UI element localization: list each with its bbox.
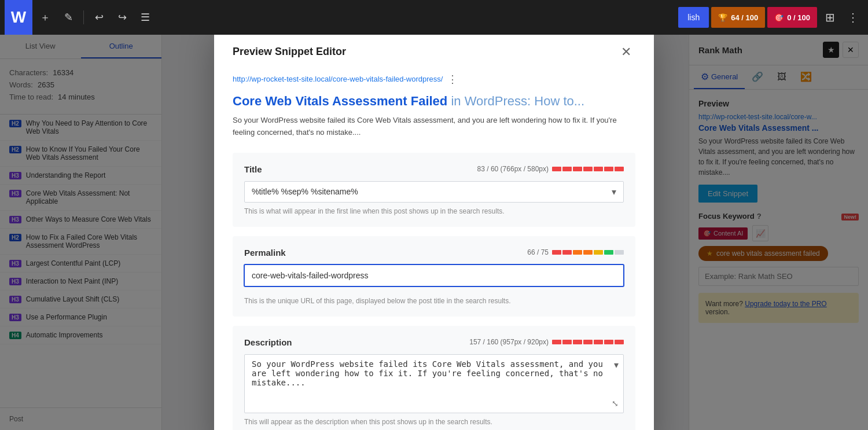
permalink-field-counter: 66 / 75 (527, 248, 624, 256)
prog-seg-d5 (594, 340, 603, 344)
edit-tools-button[interactable]: ✎ (58, 7, 79, 28)
permalink-help-text: This is the unique URL of this page, dis… (244, 297, 624, 305)
prog-seg-5 (594, 167, 603, 171)
permalink-field-label: Permalink (244, 248, 286, 258)
modal-overlay[interactable]: Preview Snippet Editor ✕ http://wp-rocke… (162, 35, 689, 430)
prog-seg-1 (552, 167, 561, 171)
modal-title: Preview Snippet Editor (233, 46, 346, 58)
undo-button[interactable]: ↩ (89, 7, 109, 28)
prog-seg-d6 (604, 340, 613, 344)
prog-seg-2 (562, 167, 572, 171)
prog-seg-p5 (594, 250, 603, 255)
description-field-section: Description 157 / 160 (957px / 920px) (233, 326, 635, 430)
center-content: Preview Snippet Editor ✕ http://wp-rocke… (162, 35, 689, 430)
description-dropdown-icon[interactable]: ▾ (614, 359, 619, 370)
prog-seg-p4 (583, 250, 593, 255)
prog-seg-p2 (562, 250, 572, 255)
description-expand-icon[interactable]: ⤡ (612, 399, 619, 408)
prog-seg-4 (583, 167, 593, 171)
modal-header: Preview Snippet Editor ✕ (233, 43, 635, 61)
title-help-text: This is what will appear in the first li… (244, 207, 624, 215)
description-field-header: Description 157 / 160 (957px / 920px) (244, 337, 624, 347)
add-block-button[interactable]: ＋ (35, 7, 56, 28)
permalink-field-section: Permalink 66 / 75 (233, 236, 635, 317)
document-overview-button[interactable]: ☰ (135, 7, 156, 28)
prog-seg-d2 (562, 340, 572, 344)
description-counter-text: 157 / 160 (957px / 920px) (469, 338, 549, 346)
permalink-field-header: Permalink 66 / 75 (244, 248, 624, 258)
snippet-url-text: http://wp-rocket-test-site.local/core-we… (233, 75, 443, 83)
description-textarea[interactable]: So your WordPress website failed its Cor… (252, 359, 616, 406)
top-toolbar: W ＋ ✎ ↩ ↪ ☰ lish 🏆 64 / 100 🎯 0 / 100 ⊞ … (0, 0, 868, 35)
content-score-value: 0 / 100 (787, 13, 810, 22)
modal-close-button[interactable]: ✕ (617, 43, 635, 61)
description-help-text: This will appear as the description when… (244, 418, 624, 426)
prog-seg-p7 (615, 250, 624, 255)
description-input-wrapper: So your WordPress website failed its Cor… (244, 354, 624, 413)
prog-seg-p6 (604, 250, 613, 255)
prog-seg-p3 (573, 250, 582, 255)
seo-score-value: 64 / 100 (731, 13, 758, 22)
prog-seg-3 (573, 167, 582, 171)
prog-seg-d3 (573, 340, 582, 344)
permalink-counter-text: 66 / 75 (527, 248, 549, 256)
prog-seg-6 (604, 167, 613, 171)
snippet-title-normal: in WordPress: How to... (447, 94, 584, 108)
title-field-counter: 83 / 60 (766px / 580px) (477, 165, 624, 173)
permalink-input[interactable] (244, 264, 624, 286)
redo-button[interactable]: ↪ (112, 7, 133, 28)
more-options-button[interactable]: ⋮ (843, 7, 863, 28)
title-progress-bar (552, 167, 624, 171)
content-score-badge[interactable]: 🎯 0 / 100 (767, 7, 817, 28)
title-field-label: Title (244, 164, 262, 174)
prog-seg-d7 (615, 340, 624, 344)
description-field-label: Description (244, 337, 292, 347)
main-area: List View Outline Characters: 16334 Word… (0, 35, 868, 430)
content-score-icon: 🎯 (774, 13, 784, 22)
seo-score-icon: 🏆 (718, 13, 727, 22)
description-progress-bar (552, 340, 624, 344)
prog-seg-d1 (552, 340, 561, 344)
title-input-wrapper: ▾ (244, 181, 624, 203)
snippet-title-bold: Core Web Vitals Assessment Failed (233, 94, 447, 108)
prog-seg-p1 (552, 250, 561, 255)
title-input[interactable] (252, 187, 612, 196)
title-dropdown-icon[interactable]: ▾ (612, 186, 616, 197)
title-counter-text: 83 / 60 (766px / 580px) (477, 165, 549, 173)
toolbar-separator (83, 10, 84, 24)
wp-logo[interactable]: W (5, 0, 32, 35)
permalink-progress-bar (552, 250, 624, 255)
snippet-preview-desc: So your WordPress website failed its Cor… (233, 115, 635, 139)
description-field-counter: 157 / 160 (957px / 920px) (469, 338, 624, 346)
publish-button[interactable]: lish (678, 7, 709, 28)
wp-icon: W (11, 8, 26, 27)
seo-score-badge[interactable]: 🏆 64 / 100 (711, 7, 765, 28)
snippet-url-bar: http://wp-rocket-test-site.local/core-we… (233, 73, 635, 86)
snippet-preview-title: Core Web Vitals Assessment Failed in Wor… (233, 93, 635, 111)
prog-seg-7 (615, 167, 624, 171)
snippet-editor-modal: Preview Snippet Editor ✕ http://wp-rocke… (214, 35, 654, 430)
title-field-header: Title 83 / 60 (766px / 580px) (244, 164, 624, 174)
title-field-section: Title 83 / 60 (766px / 580px) (233, 153, 635, 227)
layout-toggle-button[interactable]: ⊞ (819, 7, 840, 28)
prog-seg-d4 (583, 340, 593, 344)
snippet-url-menu-icon[interactable]: ⋮ (447, 73, 458, 86)
